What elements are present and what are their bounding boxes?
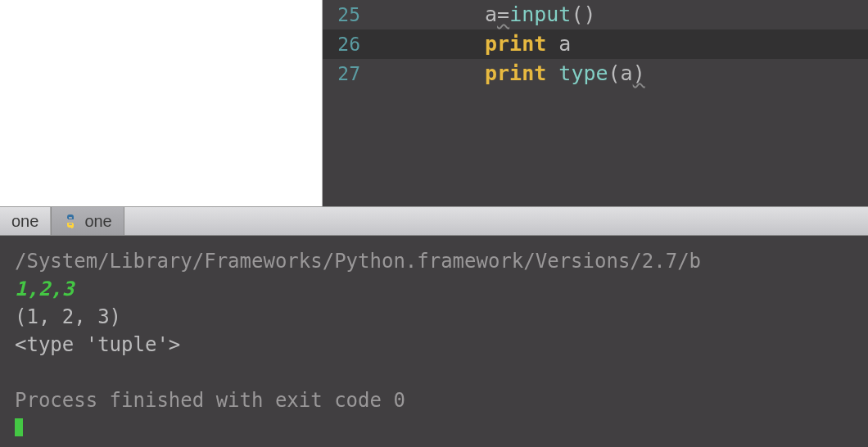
- line-number: 25: [323, 0, 372, 29]
- line-number: 27: [323, 59, 372, 88]
- interpreter-path: /System/Library/Frameworks/Python.framew…: [15, 247, 853, 275]
- code-line[interactable]: 26print a: [323, 29, 868, 59]
- output-line: <type 'tuple'>: [15, 331, 853, 359]
- output-line: (1, 2, 3): [15, 303, 853, 331]
- run-tab-bar: oneone: [0, 206, 868, 236]
- user-input-line: 1,2,3: [15, 275, 853, 303]
- run-tab[interactable]: one: [0, 207, 51, 235]
- python-icon: [63, 214, 78, 228]
- run-console[interactable]: /System/Library/Frameworks/Python.framew…: [0, 236, 868, 447]
- code-content[interactable]: a=input(): [372, 0, 596, 29]
- line-number: 26: [323, 29, 372, 59]
- code-line[interactable]: 25a=input(): [323, 0, 868, 29]
- tab-label: one: [84, 212, 111, 231]
- code-line[interactable]: 27print type(a): [323, 59, 868, 88]
- code-editor[interactable]: 25a=input()26print a27print type(a): [323, 0, 868, 206]
- blank-line: [15, 359, 853, 386]
- top-region: 25a=input()26print a27print type(a): [0, 0, 868, 206]
- code-content[interactable]: print a: [372, 29, 571, 59]
- tab-label: one: [11, 212, 38, 231]
- project-sidebar[interactable]: [0, 0, 323, 206]
- code-content[interactable]: print type(a): [372, 59, 645, 88]
- run-tab[interactable]: one: [51, 207, 124, 235]
- console-cursor: [15, 418, 23, 436]
- exit-message: Process finished with exit code 0: [15, 386, 853, 414]
